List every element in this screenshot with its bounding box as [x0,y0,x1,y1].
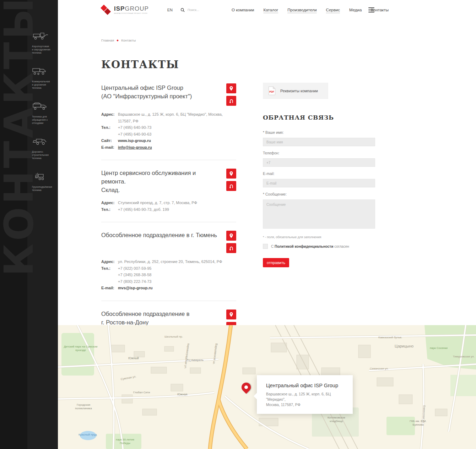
logo[interactable]: ISPGROUP ИНФРАСТРУКТУРНЫЙ ПРОЕКТ ГРУПП [101,4,149,16]
office-row: Адрес:Варшавское ш., д. 125 Ж, корп. 6, … [101,111,236,124]
row-values: Ступинский проезд, д. 7, стр. 7, Москва,… [118,199,197,206]
sidebar-item-lifting[interactable]: Грузоподъёмная техника [27,171,58,192]
office-row: Тел.:+7 (495) 640-90-73, доб. 199 [101,206,236,213]
row-values: Варшавское ш., д. 125 Ж, корп. 6, БЦ "Ме… [118,111,236,124]
map-label: ТЦ Акварель [186,358,204,362]
pdf-file-icon: PDF [268,86,276,95]
field-label: E-mail: [263,171,375,176]
submit-button[interactable]: отправить [263,258,289,267]
map-pin-icon [228,232,234,239]
map-pin-button[interactable] [226,231,236,241]
row-values: +7 (922) 007-59-95+7 (345) 268-38-58+7 (… [118,265,151,285]
nav-item-manufacturers[interactable]: Производители [287,8,317,12]
map-card-address: Варшавское ш., д. 125 Ж, корп. 6, БЦ "Ме… [266,391,344,407]
map[interactable]: Школьный пр.Детский парк на Сумском прое… [58,325,476,449]
logo-icon [101,4,111,16]
sidebar-item-airport[interactable]: Аэропортовая и аэродромная техника [27,31,58,54]
breadcrumb-current: Контакты [121,38,136,42]
field-label: * Сообщение: [263,192,375,196]
map-label: Южная [177,393,187,396]
map-label: Севанская ул. [370,367,389,371]
route-button[interactable] [226,96,236,106]
route-button[interactable] [226,181,236,191]
office-row: Тел.:+7 (495) 640-90-73+7 (495) 640-90-6… [101,124,236,137]
requisites-label: Реквизиты компании [280,89,318,93]
row-value: +7 (800) 222-74-73 [118,278,151,285]
map-pin-icon [228,85,234,92]
map-label: Детский парк на Сумском проезде [64,345,98,352]
page-title: КОНТАКТЫ [101,59,476,71]
menu-burger-icon[interactable] [368,7,374,12]
row-label: Тел.: [101,124,118,137]
map-label: Царицыно [395,344,413,348]
map-label: ГКБ им. В.М. Буянова [407,420,429,427]
municipal-road-equipment-icon [32,66,58,77]
sidebar-item-roadworks[interactable]: Дорожно- строительная техника [27,136,58,160]
office-title: Обособленное подразделение в г. Тюмень [101,231,217,239]
search [180,8,219,12]
nav-item-media[interactable]: Медиа [349,8,362,12]
language-switch[interactable]: EN [167,8,173,12]
consent-checkbox[interactable] [263,244,268,249]
row-values: info@isp-group.ru [118,144,152,151]
left-sidebar: КОНТАКТЫ Аэропортовая и аэродромная техн… [0,0,58,449]
map-label: Красный пруд [79,433,97,437]
company-requisites-link[interactable]: PDF Реквизиты компании [263,83,328,99]
search-input[interactable] [187,8,219,12]
row-label: Адрес: [101,111,118,124]
email-input[interactable] [263,179,375,187]
feedback-form-fields: * Ваше имя:Телефон:E-mail:* Сообщение: [263,130,375,230]
map-label: Тимуровская ул. [453,355,475,358]
route-button[interactable] [226,243,236,253]
content: Главная Контакты КОНТАКТЫ Центральный оф… [58,38,476,373]
office-title: Центр сервисного обслуживания и ремонта.… [101,169,218,194]
map-label: Глобал Сити [133,391,150,394]
logo-text: ISPGROUP ИНФРАСТРУКТУРНЫЙ ПРОЕКТ ГРУПП [114,6,149,14]
map-card-title: Центральный офис ISP Group [266,383,344,388]
office-title: Центральный офис ISP Group(АО "Инфрастру… [101,83,192,100]
breadcrumb: Главная Контакты [101,38,476,42]
map-pin-button[interactable] [226,310,236,319]
contact-link[interactable]: www.isp-group.ru [118,137,151,144]
row-value: +7 (922) 007-59-95 [118,265,151,272]
form-field-email: E-mail: [263,171,375,187]
sidebar-item-municipal[interactable]: Коммунальная и дорожная техника [27,66,58,89]
row-values: +7 (495) 640-90-73, доб. 199 [118,206,169,213]
main-nav: О компанииКаталогПроизводителиСервисМеди… [232,8,389,12]
nav-item-catalog[interactable]: Каталог [263,8,278,12]
breadcrumb-home[interactable]: Главная [101,38,114,42]
row-label: Сайт: [101,137,118,144]
contact-link[interactable]: info@isp-group.ru [118,144,152,151]
contact-link[interactable]: mvs@isp-group.ru [118,285,153,291]
category-sidebar-list: Аэропортовая и аэродромная техникаКоммун… [27,0,58,192]
row-label: E-mail: [101,144,118,151]
logo-accent: GROUP [125,5,148,12]
row-values: ул. Республики, д. 252, строение 20, Тюм… [118,258,222,265]
map-pin-button[interactable] [226,169,236,179]
nav-item-service[interactable]: Сервис [326,8,340,12]
route-icon [228,98,234,104]
map-label: Школьный пр. [164,335,183,339]
phone-input[interactable] [263,158,375,167]
contacts-page: КОНТАКТЫ Аэропортовая и аэродромная техн… [0,0,476,449]
consent-text: С Политикой конфиденциальности согласен [271,245,349,248]
message-input[interactable] [263,199,375,229]
map-pin-icon [228,170,234,177]
row-label: Адрес: [101,258,118,265]
nav-item-about[interactable]: О компании [232,8,254,12]
office-row: Адрес:Ступинский проезд, д. 7, стр. 7, М… [101,199,236,206]
lifting-equipment-icon [32,171,58,182]
office-block: Центр сервисного обслуживания и ремонта.… [101,160,236,222]
map-info-card: Центральный офис ISP Group Варшавское ш.… [257,375,353,414]
row-values: +7 (495) 640-90-73+7 (495) 640-90-63 [118,124,151,137]
map-pin-icon [228,311,234,318]
row-label: Тел.: [101,265,118,285]
required-note: * - поля, обязательные для заполнения [263,235,375,239]
map-label: Котляковское кладбище [321,416,351,423]
privacy-policy-link[interactable]: Политикой конфиденциальности [275,245,333,248]
sidebar-item-waste[interactable]: Техника для обращения с отходами [27,101,58,125]
office-row: E-mail:mvs@isp-group.ru [101,285,236,291]
office-row: Адрес:ул. Республики, д. 252, строение 2… [101,258,236,265]
name-input[interactable] [263,138,375,146]
map-pin-button[interactable] [226,83,236,93]
